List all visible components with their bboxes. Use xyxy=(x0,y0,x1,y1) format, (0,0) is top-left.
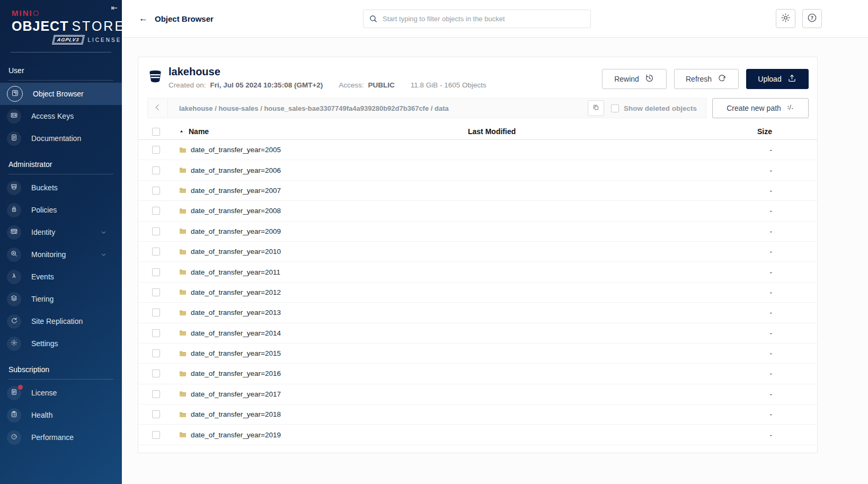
table-row[interactable]: date_of_transfer_year=2016 - xyxy=(138,364,817,384)
object-name[interactable]: date_of_transfer_year=2007 xyxy=(191,187,281,195)
object-name[interactable]: date_of_transfer_year=2011 xyxy=(191,268,280,276)
sidebar-item-access-keys[interactable]: Access Keys xyxy=(0,105,122,127)
row-checkbox[interactable] xyxy=(152,288,160,296)
row-checkbox[interactable] xyxy=(152,248,160,256)
table-row[interactable]: date_of_transfer_year=2015 - xyxy=(138,344,817,364)
table-body: date_of_transfer_year=2005 - date_of_tra… xyxy=(138,140,817,445)
row-checkbox[interactable] xyxy=(152,369,160,377)
object-size: - xyxy=(740,288,817,296)
table-row[interactable]: date_of_transfer_year=2007 - xyxy=(138,181,817,201)
sidebar-section: Subscription License Health Performance xyxy=(0,355,122,448)
folder-icon xyxy=(179,248,187,256)
object-size: - xyxy=(740,146,817,154)
sidebar-item-tiering[interactable]: Tiering xyxy=(0,288,122,310)
object-name[interactable]: date_of_transfer_year=2012 xyxy=(191,288,281,296)
sidebar-item-events[interactable]: λ Events xyxy=(0,266,122,288)
column-header-last-modified[interactable]: Last Modified xyxy=(468,127,740,136)
folder-icon xyxy=(179,329,187,337)
copy-path-button[interactable] xyxy=(588,100,604,116)
table-row[interactable]: date_of_transfer_year=2005 - xyxy=(138,140,817,160)
sidebar-item-object-browser[interactable]: Object Browser xyxy=(0,83,122,105)
object-name[interactable]: date_of_transfer_year=2008 xyxy=(191,207,281,215)
sidebar-item-label: Health xyxy=(31,411,52,419)
agpl-badge: AGPLV3 xyxy=(54,36,83,43)
table-row[interactable]: date_of_transfer_year=2012 - xyxy=(138,283,817,303)
table-row[interactable]: date_of_transfer_year=2013 - xyxy=(138,303,817,323)
table-row[interactable]: date_of_transfer_year=2017 - xyxy=(138,384,817,404)
object-name[interactable]: date_of_transfer_year=2019 xyxy=(191,431,281,439)
object-name[interactable]: date_of_transfer_year=2018 xyxy=(191,410,281,418)
object-name[interactable]: date_of_transfer_year=2005 xyxy=(191,146,281,154)
object-name[interactable]: date_of_transfer_year=2014 xyxy=(191,329,281,337)
settings-button[interactable] xyxy=(776,9,795,28)
create-new-path-button[interactable]: Create new path xyxy=(712,98,809,118)
breadcrumb-back-button[interactable] xyxy=(148,99,168,118)
row-checkbox[interactable] xyxy=(152,431,160,439)
help-button[interactable]: ? xyxy=(802,9,822,28)
object-name[interactable]: date_of_transfer_year=2009 xyxy=(191,227,281,235)
row-checkbox[interactable] xyxy=(152,309,160,316)
row-checkbox[interactable] xyxy=(152,187,160,195)
sidebar-section: User Object Browser Access Keys Document… xyxy=(0,56,122,149)
object-size: - xyxy=(740,349,817,357)
object-name[interactable]: date_of_transfer_year=2010 xyxy=(191,248,281,256)
svg-text:?: ? xyxy=(811,15,813,21)
column-header-name[interactable]: Name xyxy=(189,127,209,136)
row-checkbox[interactable] xyxy=(152,207,160,215)
back-arrow-icon[interactable]: ← xyxy=(139,13,148,24)
sidebar-item-monitoring[interactable]: Monitoring xyxy=(0,243,122,266)
sidebar-section-divider xyxy=(8,379,113,380)
sort-ascending-icon[interactable] xyxy=(179,129,184,135)
row-checkbox[interactable] xyxy=(152,166,160,174)
breadcrumb[interactable]: lakehouse / house-sales / house_sales-ba… xyxy=(168,104,588,112)
new-path-icon xyxy=(786,103,794,113)
sidebar-item-label: Monitoring xyxy=(31,250,66,259)
table-row[interactable]: date_of_transfer_year=2008 - xyxy=(138,201,817,221)
sidebar-item-license[interactable]: License xyxy=(0,382,122,404)
sidebar-item-label: Site Replication xyxy=(31,317,83,325)
browser-toolbar: lakehouse / house-sales / house_sales-ba… xyxy=(138,95,817,124)
chevron-down-icon[interactable] xyxy=(100,229,107,236)
row-checkbox[interactable] xyxy=(152,329,160,337)
sidebar-item-settings[interactable]: Settings xyxy=(0,332,122,355)
sidebar-item-site-replication[interactable]: Site Replication xyxy=(0,310,122,332)
table-row[interactable]: date_of_transfer_year=2014 - xyxy=(138,323,817,344)
folder-icon xyxy=(179,349,187,358)
column-header-size[interactable]: Size xyxy=(740,127,817,136)
row-checkbox[interactable] xyxy=(152,268,160,276)
sidebar-collapse-icon[interactable]: ⇤ xyxy=(111,3,118,13)
refresh-button[interactable]: Refresh xyxy=(674,69,739,89)
sidebar-item-identity[interactable]: Identity xyxy=(0,221,122,243)
row-checkbox[interactable] xyxy=(152,390,160,398)
object-name[interactable]: date_of_transfer_year=2016 xyxy=(191,369,281,377)
table-row[interactable]: date_of_transfer_year=2011 - xyxy=(138,262,817,282)
row-checkbox[interactable] xyxy=(152,349,160,357)
show-deleted-toggle[interactable]: Show deleted objects xyxy=(611,104,697,112)
sidebar-item-documentation[interactable]: Documentation xyxy=(0,127,122,149)
folder-icon xyxy=(179,369,187,378)
sidebar: ⇤ MINIO OBJECTSTORE AGPLV3 LICENSE User … xyxy=(0,0,122,484)
sidebar-item-buckets[interactable]: Buckets xyxy=(0,177,122,199)
object-name[interactable]: date_of_transfer_year=2015 xyxy=(191,349,281,357)
row-checkbox[interactable] xyxy=(152,146,160,154)
rewind-button[interactable]: Rewind xyxy=(602,69,667,89)
upload-button[interactable]: Upload xyxy=(746,69,809,89)
show-deleted-checkbox[interactable] xyxy=(611,104,619,112)
row-checkbox[interactable] xyxy=(152,410,160,418)
sidebar-item-policies[interactable]: Policies xyxy=(0,199,122,221)
object-name[interactable]: date_of_transfer_year=2013 xyxy=(191,309,281,316)
table-row[interactable]: date_of_transfer_year=2018 - xyxy=(138,404,817,425)
table-row[interactable]: date_of_transfer_year=2019 - xyxy=(138,425,817,445)
table-row[interactable]: date_of_transfer_year=2006 - xyxy=(138,160,817,180)
sidebar-item-health[interactable]: Health xyxy=(0,404,122,426)
chevron-down-icon[interactable] xyxy=(100,251,107,258)
object-size: - xyxy=(740,390,817,398)
select-all-checkbox[interactable] xyxy=(152,128,160,136)
table-row[interactable]: date_of_transfer_year=2009 - xyxy=(138,222,817,242)
table-row[interactable]: date_of_transfer_year=2010 - xyxy=(138,242,817,262)
search-input[interactable] xyxy=(383,15,585,23)
sidebar-item-performance[interactable]: Performance xyxy=(0,426,122,448)
object-name[interactable]: date_of_transfer_year=2017 xyxy=(191,390,281,398)
object-name[interactable]: date_of_transfer_year=2006 xyxy=(191,166,281,174)
row-checkbox[interactable] xyxy=(152,227,160,235)
